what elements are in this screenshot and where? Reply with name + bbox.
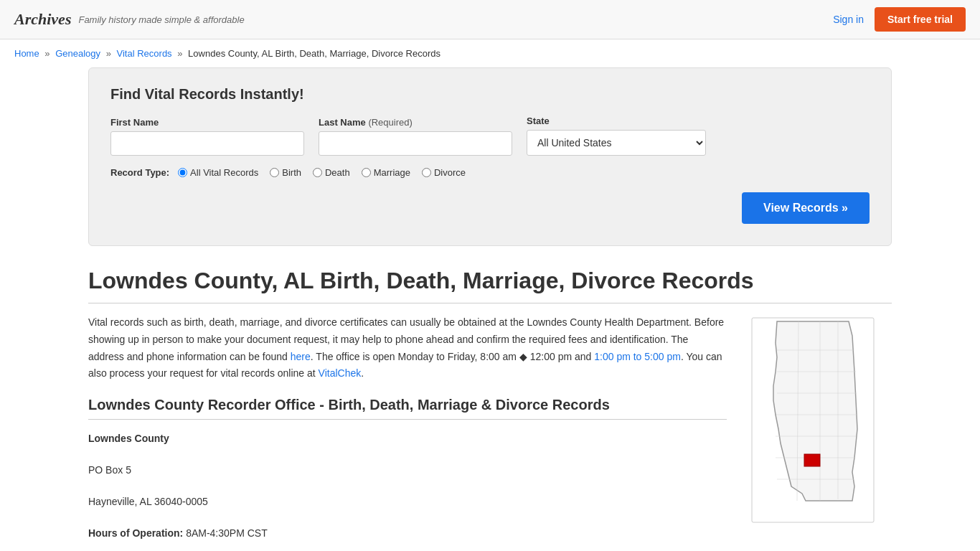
office-section-title: Lowndes County Recorder Office - Birth, … bbox=[88, 397, 727, 420]
first-name-label: First Name bbox=[110, 117, 304, 128]
office-hours: Hours of Operation: 8AM-4:30PM CST bbox=[88, 525, 727, 542]
last-name-group: Last Name (Required) bbox=[319, 117, 512, 156]
archives-logo: Archives bbox=[14, 10, 71, 29]
record-type-all[interactable]: All Vital Records bbox=[178, 167, 258, 178]
breadcrumb-home[interactable]: Home bbox=[14, 48, 39, 59]
breadcrumb: Home » Genealogy » Vital Records » Lownd… bbox=[0, 39, 980, 67]
breadcrumb-vital-records[interactable]: Vital Records bbox=[117, 48, 172, 59]
first-name-group: First Name bbox=[110, 117, 304, 156]
state-select[interactable]: All United States Alabama Alaska Arizona bbox=[527, 130, 706, 156]
search-title: Find Vital Records Instantly! bbox=[110, 86, 870, 103]
record-type-divorce[interactable]: Divorce bbox=[422, 167, 466, 178]
office-info: Lowndes County PO Box 5 Hayneville, AL 3… bbox=[88, 430, 727, 551]
svg-rect-12 bbox=[804, 454, 820, 466]
description-paragraph: Vital records such as birth, death, marr… bbox=[88, 314, 727, 382]
start-trial-button[interactable]: Start free trial bbox=[875, 7, 966, 32]
breadcrumb-genealogy[interactable]: Genealogy bbox=[55, 48, 100, 59]
search-box: Find Vital Records Instantly! First Name… bbox=[88, 67, 892, 246]
record-type-marriage[interactable]: Marriage bbox=[362, 167, 410, 178]
record-type-birth[interactable]: Birth bbox=[270, 167, 301, 178]
state-label: State bbox=[527, 116, 706, 126]
office-address2: Hayneville, AL 36040-0005 bbox=[88, 494, 727, 511]
here-link[interactable]: here bbox=[291, 351, 311, 362]
alabama-map-svg bbox=[748, 314, 877, 529]
state-group: State All United States Alabama Alaska A… bbox=[527, 116, 706, 156]
record-type-row: Record Type: All Vital Records Birth Dea… bbox=[110, 167, 870, 178]
last-name-input[interactable] bbox=[319, 131, 512, 156]
search-btn-row: View Records » bbox=[110, 192, 870, 224]
last-name-label: Last Name (Required) bbox=[319, 117, 512, 128]
map-container bbox=[748, 314, 892, 551]
content-area: Vital records such as birth, death, marr… bbox=[88, 314, 892, 551]
view-records-button[interactable]: View Records » bbox=[742, 192, 870, 224]
page-title: Lowndes County, AL Birth, Death, Marriag… bbox=[88, 268, 892, 303]
hours-link[interactable]: 1:00 pm to 5:00 pm bbox=[594, 351, 681, 362]
header-left: Archives Family history made simple & af… bbox=[14, 10, 245, 29]
office-address1: PO Box 5 bbox=[88, 462, 727, 479]
first-name-input[interactable] bbox=[110, 131, 304, 156]
tagline: Family history made simple & affordable bbox=[78, 14, 244, 25]
vitalchek-link[interactable]: VitalChek bbox=[319, 367, 362, 379]
record-type-death[interactable]: Death bbox=[313, 167, 350, 178]
sign-in-link[interactable]: Sign in bbox=[833, 14, 864, 25]
header-right: Sign in Start free trial bbox=[833, 7, 966, 32]
office-county-name: Lowndes County bbox=[88, 430, 727, 448]
record-type-label: Record Type: bbox=[110, 167, 169, 178]
content-text: Vital records such as birth, death, marr… bbox=[88, 314, 727, 551]
breadcrumb-current: Lowndes County, AL Birth, Death, Marriag… bbox=[188, 48, 440, 59]
search-fields: First Name Last Name (Required) State Al… bbox=[110, 116, 870, 156]
